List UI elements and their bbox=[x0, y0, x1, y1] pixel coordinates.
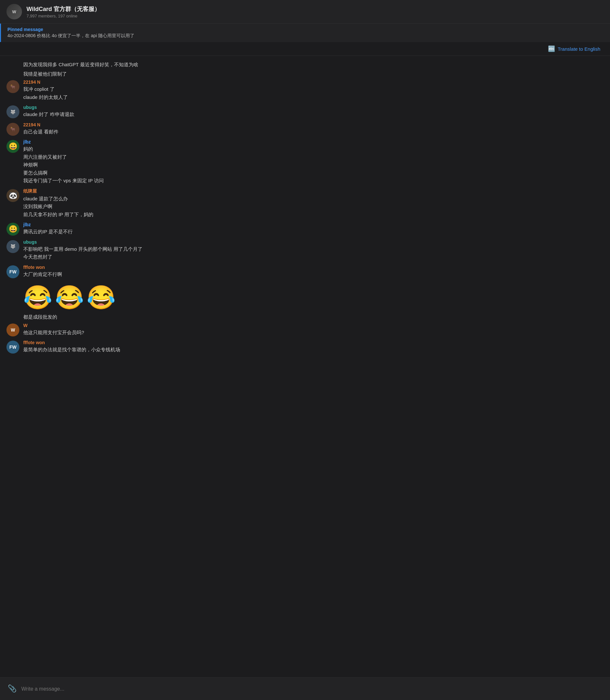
avatar: 😀 bbox=[6, 223, 19, 236]
table-row: 🐺 ubugs claude 封了 咋申请退款 bbox=[6, 105, 604, 119]
pinned-message-bar[interactable]: Pinned message 4o-2024-0806 价格比 4o 便宜了一半… bbox=[0, 23, 610, 42]
avatar: 🐺 bbox=[6, 105, 19, 118]
avatar: 😀 bbox=[6, 140, 19, 153]
username: jlbz bbox=[23, 139, 604, 144]
group-title: WildCard 官方群（无客服） bbox=[27, 5, 100, 13]
avatar: FW bbox=[6, 265, 19, 278]
table-row: 😀 jlbz 妈的 周六注册的又被封了 神烦啊 要怎么搞啊 我还专门搞了一个 v… bbox=[6, 139, 604, 185]
table-row: 😀 jlbz 腾讯云的IP 是不是不行 bbox=[6, 222, 604, 236]
message-content: jlbz 腾讯云的IP 是不是不行 bbox=[23, 222, 604, 236]
message-content: jlbz 妈的 周六注册的又被封了 神烦啊 要怎么搞啊 我还专门搞了一个 vps… bbox=[23, 139, 604, 185]
message-input-bar: 📎 bbox=[0, 678, 610, 700]
message-text: claude 封的太烦人了 bbox=[23, 94, 604, 101]
message-text: 没到我账户啊 bbox=[23, 203, 604, 210]
table-row: 🐂 22194 N 我冲 copliot 了 claude 封的太烦人了 bbox=[6, 80, 604, 101]
translate-bar: 🔤 Translate to English bbox=[0, 42, 610, 56]
table-row: FW fffote won 大厂的肯定不行啊 bbox=[6, 265, 604, 279]
avatar-inner: W bbox=[6, 4, 22, 19]
message-text: 大厂的肯定不行啊 bbox=[23, 271, 604, 278]
avatar: 🐼 bbox=[6, 189, 19, 202]
pinned-label: Pinned message bbox=[7, 27, 604, 32]
table-row: 🐼 纸牌屋 claude 退款了怎么办 没到我账户啊 前几天拿不好的 IP 用了… bbox=[6, 188, 604, 219]
avatar: W bbox=[6, 323, 19, 336]
message-text: 我冲 copliot 了 bbox=[23, 86, 604, 93]
translate-label: Translate to English bbox=[558, 46, 600, 52]
message-text: 自己会退 看邮件 bbox=[23, 128, 604, 136]
message-text: 妈的 bbox=[23, 145, 604, 153]
username: jlbz bbox=[23, 222, 604, 227]
pinned-text: 4o-2024-0806 价格比 4o 便宜了一半，在 api 随心用里可以用了 bbox=[7, 33, 604, 39]
message-text: 他这只能用支付宝开会员吗? bbox=[23, 329, 604, 336]
username: fffote won bbox=[23, 340, 604, 345]
username: ubugs bbox=[23, 239, 604, 245]
message-content: 22194 N 我冲 copliot 了 claude 封的太烦人了 bbox=[23, 80, 604, 101]
emoji: 😂 bbox=[86, 286, 116, 309]
table-row: W W 他这只能用支付宝开会员吗? bbox=[6, 323, 604, 337]
username: fffote won bbox=[23, 265, 604, 270]
list-item: 都是成段批发的 bbox=[6, 314, 604, 321]
attachment-icon[interactable]: 📎 bbox=[8, 684, 17, 694]
avatar: 🐂 bbox=[6, 80, 19, 93]
message-content: 纸牌屋 claude 退款了怎么办 没到我账户啊 前几天拿不好的 IP 用了下，… bbox=[23, 188, 604, 219]
emoji-message: 😂 😂 😂 bbox=[6, 286, 604, 309]
group-avatar: W bbox=[6, 4, 22, 19]
message-text: 今天忽然封了 bbox=[23, 253, 604, 261]
message-content: ubugs 不影响吧 我一直用 demo 开头的那个网站 用了几个月了 今天忽然… bbox=[23, 239, 604, 261]
message-text: claude 封了 咋申请退款 bbox=[23, 111, 604, 118]
table-row: FW fffote won 最简单的办法就是找个靠谱的，小众专线机场 bbox=[6, 340, 604, 354]
message-text: 我还专门搞了一个 vps 来固定 IP 访问 bbox=[23, 177, 604, 185]
avatar-col: W bbox=[6, 323, 23, 336]
message-content: 22194 N 自己会退 看邮件 bbox=[23, 122, 604, 137]
avatar-col: FW bbox=[6, 340, 23, 353]
message-text: 都是成段批发的 bbox=[23, 314, 604, 321]
avatar: 🐺 bbox=[6, 240, 19, 253]
avatar-col: 🐼 bbox=[6, 188, 23, 202]
list-item: 我猜是被他们限制了 bbox=[6, 70, 604, 79]
username: 22194 N bbox=[23, 80, 604, 85]
message-content: fffote won 最简单的办法就是找个靠谱的，小众专线机场 bbox=[23, 340, 604, 354]
avatar-col: FW bbox=[6, 265, 23, 278]
message-input[interactable] bbox=[21, 686, 602, 692]
list-item: 因为发现我得多 ChatGPT 最近变得好笑，不知道为啥 bbox=[6, 61, 604, 69]
message-text: 不影响吧 我一直用 demo 开头的那个网站 用了几个月了 bbox=[23, 245, 604, 253]
translate-button[interactable]: 🔤 Translate to English bbox=[548, 45, 600, 52]
emoji: 😂 bbox=[55, 286, 84, 309]
avatar-col: 🐺 bbox=[6, 239, 23, 253]
username: 纸牌屋 bbox=[23, 188, 604, 194]
message-text: 腾讯云的IP 是不是不行 bbox=[23, 228, 604, 236]
avatar-col: 🐂 bbox=[6, 80, 23, 93]
message-text: claude 退款了怎么办 bbox=[23, 195, 604, 203]
header-info: WildCard 官方群（无客服） 7,997 members, 197 onl… bbox=[27, 5, 100, 18]
message-text: 我猜是被他们限制了 bbox=[23, 70, 604, 78]
messages-area: 因为发现我得多 ChatGPT 最近变得好笑，不知道为啥 我猜是被他们限制了 🐂… bbox=[0, 56, 610, 678]
group-subtitle: 7,997 members, 197 online bbox=[27, 14, 100, 18]
message-text: 要怎么搞啊 bbox=[23, 169, 604, 177]
message-content: fffote won 大厂的肯定不行啊 bbox=[23, 265, 604, 279]
avatar-col: 🐺 bbox=[6, 105, 23, 118]
translate-icon: 🔤 bbox=[548, 45, 555, 52]
message-text: 神烦啊 bbox=[23, 161, 604, 169]
table-row: 🐂 22194 N 自己会退 看邮件 bbox=[6, 122, 604, 137]
message-text: 前几天拿不好的 IP 用了下，妈的 bbox=[23, 211, 604, 219]
avatar-col: 😀 bbox=[6, 139, 23, 153]
chat-header: W WildCard 官方群（无客服） 7,997 members, 197 o… bbox=[0, 0, 610, 23]
message-text: 最简单的办法就是找个靠谱的，小众专线机场 bbox=[23, 346, 604, 353]
message-text: 因为发现我得多 ChatGPT 最近变得好笑，不知道为啥 bbox=[23, 61, 604, 68]
avatar-col: 🐂 bbox=[6, 122, 23, 136]
username: W bbox=[23, 323, 604, 328]
avatar-col: 😀 bbox=[6, 222, 23, 236]
message-content: ubugs claude 封了 咋申请退款 bbox=[23, 105, 604, 119]
username: ubugs bbox=[23, 105, 604, 110]
username: 22194 N bbox=[23, 122, 604, 127]
avatar: FW bbox=[6, 340, 19, 353]
emoji: 😂 bbox=[23, 286, 52, 309]
table-row: 🐺 ubugs 不影响吧 我一直用 demo 开头的那个网站 用了几个月了 今天… bbox=[6, 239, 604, 261]
message-content: W 他这只能用支付宝开会员吗? bbox=[23, 323, 604, 337]
avatar: 🐂 bbox=[6, 123, 19, 136]
message-text: 周六注册的又被封了 bbox=[23, 154, 604, 161]
